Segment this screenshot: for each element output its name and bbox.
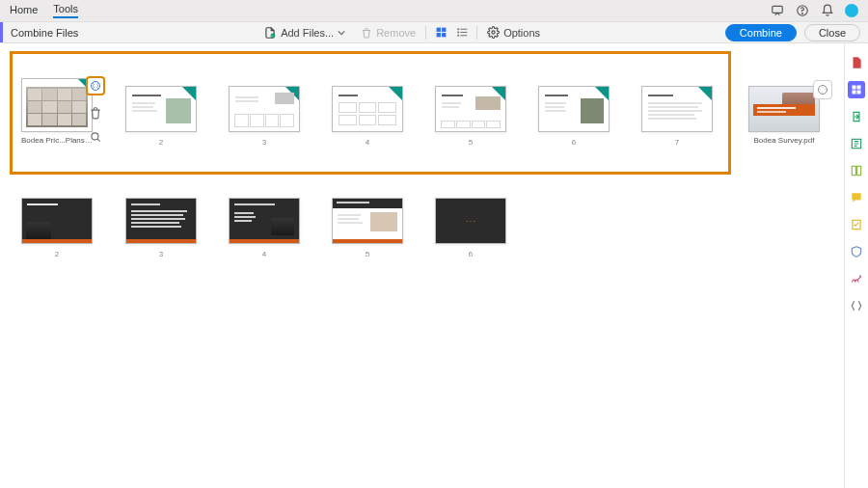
right-rail xyxy=(844,43,868,488)
svg-point-16 xyxy=(92,133,98,140)
svg-rect-18 xyxy=(853,86,856,90)
svg-rect-0 xyxy=(773,6,783,13)
rail-organize-icon[interactable] xyxy=(848,162,865,179)
thumb-pg: 6 xyxy=(435,250,506,258)
svg-point-12 xyxy=(457,32,458,33)
list-icon xyxy=(456,26,469,39)
svg-point-15 xyxy=(92,82,100,91)
thumb-pg: 2 xyxy=(21,250,93,258)
svg-rect-24 xyxy=(857,166,861,175)
toolbar: Combine Files Add Files... Remove Option… xyxy=(0,21,868,43)
add-files-button[interactable]: Add Files... xyxy=(258,22,355,42)
rail-pdf-icon[interactable] xyxy=(848,54,865,71)
thumb-file2-page2[interactable]: 2 xyxy=(21,198,93,258)
remove-label: Remove xyxy=(376,27,416,39)
rail-shield-icon[interactable] xyxy=(848,243,865,260)
thumb-pg: 3 xyxy=(125,250,197,258)
tab-tools[interactable]: Tools xyxy=(53,3,78,18)
rail-comment-icon[interactable] xyxy=(848,189,865,206)
workspace: Bodea Pric...Plans.ppt 2 3 xyxy=(0,43,844,488)
delete-selected-button[interactable] xyxy=(87,104,104,122)
magnifier-icon xyxy=(89,130,102,144)
svg-rect-21 xyxy=(857,91,861,95)
zoom-selected-button[interactable] xyxy=(87,128,104,146)
thumb-pg: 7 xyxy=(641,138,713,147)
bell-icon[interactable] xyxy=(820,3,835,18)
thumb-file1-page3[interactable]: 3 xyxy=(229,86,300,147)
chevron-down-icon xyxy=(338,29,345,37)
thumb-pg: 4 xyxy=(229,250,300,258)
thumb-file1-page4[interactable]: 4 xyxy=(332,86,403,147)
thumb-pg: 5 xyxy=(332,250,403,258)
combine-button[interactable]: Combine xyxy=(725,24,797,41)
thumb-file1-page7[interactable]: 7 xyxy=(641,86,713,147)
svg-point-17 xyxy=(819,86,827,95)
svg-rect-23 xyxy=(852,166,855,175)
expand-arrows-icon xyxy=(90,80,101,92)
thumb-pg: 6 xyxy=(538,138,610,147)
avatar[interactable] xyxy=(845,4,858,17)
thumb-file1-page1[interactable]: Bodea Pric...Plans.ppt xyxy=(21,78,93,145)
expand-selected-button[interactable] xyxy=(86,76,105,95)
expand-arrows-icon xyxy=(817,84,828,95)
thumb-pg: 4 xyxy=(332,138,403,147)
rail-combine-icon[interactable] xyxy=(848,81,865,98)
grid-icon xyxy=(435,26,448,39)
trash-icon xyxy=(361,27,372,39)
svg-point-14 xyxy=(492,31,495,34)
thumb-pg: 5 xyxy=(435,138,506,147)
thumb-pg: 2 xyxy=(125,138,197,147)
remove-button[interactable]: Remove xyxy=(355,22,421,42)
rail-more-icon[interactable] xyxy=(848,297,865,314)
expand-file2-button[interactable] xyxy=(813,80,832,99)
grid-view-button[interactable] xyxy=(433,25,448,41)
options-label: Options xyxy=(503,27,540,39)
thumb-file2-cover[interactable]: Bodea Survey.pdf xyxy=(748,86,820,145)
list-view-button[interactable] xyxy=(454,25,470,41)
thumb-label: Bodea Pric...Plans.ppt xyxy=(21,136,93,145)
add-files-icon xyxy=(263,26,277,40)
thumb-file1-page2[interactable]: 2 xyxy=(125,86,197,147)
svg-rect-4 xyxy=(436,28,440,32)
thumb-label: Bodea Survey.pdf xyxy=(748,136,820,145)
thumb-file2-page6[interactable]: · · · 6 xyxy=(435,198,506,258)
svg-rect-7 xyxy=(442,33,446,37)
svg-rect-20 xyxy=(853,91,856,95)
menubar: Home Tools xyxy=(0,0,868,21)
thumb-file1-page6[interactable]: 6 xyxy=(538,86,610,147)
chat-icon[interactable] xyxy=(770,3,785,18)
thumb-file2-page4[interactable]: 4 xyxy=(229,198,300,258)
rail-fill-icon[interactable] xyxy=(848,216,865,233)
rail-sign-icon[interactable] xyxy=(848,270,865,287)
thumb-pg: 3 xyxy=(229,138,300,147)
toolbar-divider xyxy=(476,26,477,40)
svg-point-13 xyxy=(457,35,458,36)
svg-point-2 xyxy=(802,14,803,14)
rail-edit-icon[interactable] xyxy=(848,135,865,152)
trash-icon xyxy=(89,106,102,120)
tool-title: Combine Files xyxy=(3,27,86,39)
svg-rect-6 xyxy=(436,33,440,37)
view-toggle xyxy=(430,25,473,41)
help-icon[interactable] xyxy=(795,3,810,18)
close-button[interactable]: Close xyxy=(804,24,860,41)
thumb-file2-page3[interactable]: 3 xyxy=(125,198,197,258)
thumb-file1-page5[interactable]: 5 xyxy=(435,86,506,147)
toolbar-divider xyxy=(425,26,426,40)
rail-export-icon[interactable] xyxy=(848,108,865,125)
add-files-label: Add Files... xyxy=(281,27,334,39)
svg-rect-19 xyxy=(857,86,861,90)
svg-point-11 xyxy=(457,29,458,30)
gear-icon xyxy=(487,26,500,39)
thumb-file2-page5[interactable]: 5 xyxy=(332,198,403,258)
options-button[interactable]: Options xyxy=(481,22,546,42)
tab-home[interactable]: Home xyxy=(10,4,38,17)
svg-rect-5 xyxy=(442,28,446,32)
